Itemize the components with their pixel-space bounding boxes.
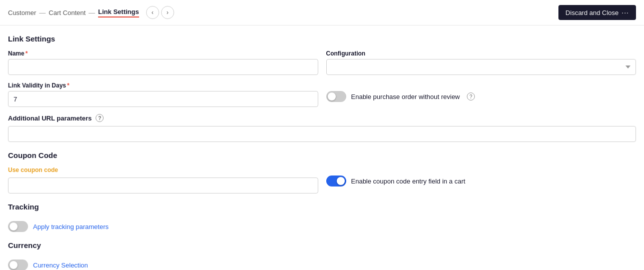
validity-label: Link Validity in Days*: [8, 82, 318, 89]
coupon-group: Use coupon code: [8, 166, 318, 194]
additional-url-help-icon[interactable]: ?: [96, 114, 104, 122]
currency-section: Currency Currency Selection: [8, 241, 636, 270]
currency-toggle[interactable]: [8, 260, 28, 270]
breadcrumb: Customer — Cart Content — Link Settings …: [8, 6, 174, 19]
currency-section-title: Currency: [8, 241, 636, 250]
currency-thumb: [10, 261, 18, 269]
nav-back-button[interactable]: ‹: [146, 6, 159, 19]
breadcrumb-sep-2: —: [89, 9, 95, 16]
coupon-input[interactable]: [8, 178, 318, 194]
tracking-toggle[interactable]: [8, 221, 28, 232]
breadcrumb-nav: ‹ ›: [146, 6, 174, 19]
tracking-track[interactable]: [8, 221, 28, 232]
discard-close-button[interactable]: Discard and Close ···: [558, 5, 636, 20]
enable-coupon-track[interactable]: [326, 176, 346, 186]
breadcrumb-link-settings[interactable]: Link Settings: [98, 8, 139, 18]
currency-toggle-row: Currency Selection: [8, 256, 636, 270]
name-group: Name*: [8, 50, 318, 75]
discard-close-label: Discard and Close: [565, 9, 618, 16]
discard-dots-icon: ···: [621, 8, 629, 16]
validity-required: *: [67, 82, 70, 89]
configuration-label: Configuration: [326, 50, 636, 57]
validity-group: Link Validity in Days*: [8, 82, 318, 107]
coupon-section-title: Coupon Code: [8, 151, 636, 160]
tracking-section: Tracking Apply tracking parameters: [8, 202, 636, 232]
name-required: *: [26, 50, 28, 57]
enable-coupon-group: Enable coupon code entry field in a cart: [326, 166, 636, 186]
name-config-row: Name* Configuration: [8, 50, 636, 75]
enable-coupon-toggle[interactable]: [326, 176, 346, 186]
additional-url-section: Additional URL parameters ?: [8, 114, 636, 142]
use-coupon-label: Use coupon code: [8, 166, 318, 174]
tracking-section-title: Tracking: [8, 202, 636, 211]
purchase-order-help-icon[interactable]: ?: [467, 92, 475, 100]
main-content: Link Settings Name* Configuration Link V…: [0, 26, 644, 270]
coupon-section: Coupon Code Use coupon code Enable coupo…: [8, 151, 636, 194]
tracking-thumb: [10, 222, 18, 230]
purchase-order-thumb: [328, 92, 336, 100]
purchase-order-track[interactable]: [326, 91, 346, 102]
additional-url-input[interactable]: [8, 126, 636, 142]
currency-selection-label: Currency Selection: [33, 262, 88, 269]
breadcrumb-sep-1: —: [39, 9, 46, 16]
breadcrumb-cart-content[interactable]: Cart Content: [49, 9, 86, 16]
configuration-select[interactable]: [326, 59, 636, 75]
coupon-row: Use coupon code Enable coupon code entry…: [8, 166, 636, 194]
tracking-toggle-row: Apply tracking parameters: [8, 218, 636, 232]
currency-track[interactable]: [8, 260, 28, 270]
purchase-toggle-group: Enable purchase order without review ?: [326, 82, 636, 102]
breadcrumb-customer[interactable]: Customer: [8, 9, 36, 16]
validity-toggle-row: Link Validity in Days* Enable purchase o…: [8, 82, 636, 107]
purchase-order-toggle[interactable]: [326, 91, 346, 102]
nav-forward-button[interactable]: ›: [161, 6, 174, 19]
enable-coupon-toggle-row: Enable coupon code entry field in a cart: [326, 166, 636, 186]
enable-coupon-thumb: [337, 177, 345, 185]
validity-input[interactable]: [8, 91, 318, 107]
purchase-order-label: Enable purchase order without review: [351, 93, 460, 100]
additional-url-title: Additional URL parameters ?: [8, 114, 636, 122]
tracking-label: Apply tracking parameters: [33, 223, 109, 230]
enable-coupon-label: Enable coupon code entry field in a cart: [351, 178, 465, 185]
link-settings-title: Link Settings: [8, 34, 636, 43]
configuration-group: Configuration: [326, 50, 636, 75]
name-label: Name*: [8, 50, 318, 57]
name-input[interactable]: [8, 59, 318, 75]
header: Customer — Cart Content — Link Settings …: [0, 0, 644, 26]
purchase-order-toggle-row: Enable purchase order without review ?: [326, 82, 636, 102]
